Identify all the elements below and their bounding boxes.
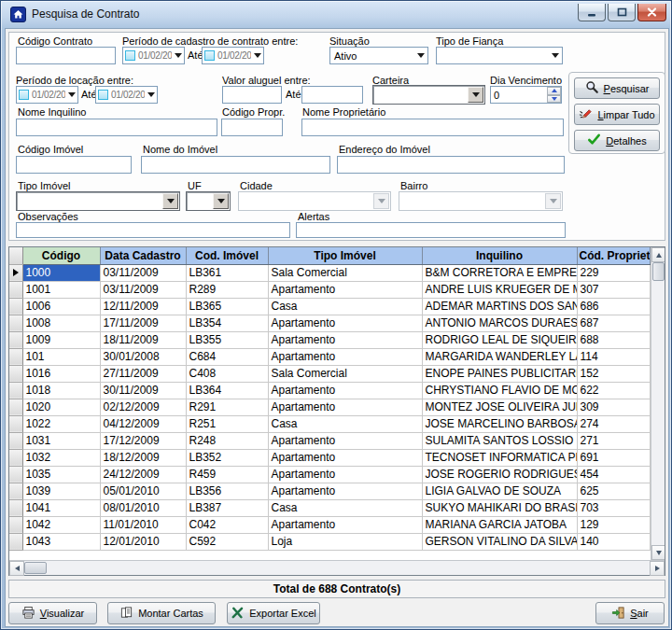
grid-cell[interactable]: 686	[577, 298, 650, 315]
grid-cell[interactable]: Apartamento	[268, 331, 422, 348]
close-button[interactable]	[637, 4, 666, 21]
grid-cell[interactable]: Apartamento	[268, 281, 422, 298]
grid-cell[interactable]: 1009	[22, 331, 100, 348]
maximize-button[interactable]	[608, 4, 636, 21]
grid-cell[interactable]: JOSE ROGERIO RODRIGUES	[422, 466, 577, 483]
row-indicator[interactable]	[9, 264, 22, 281]
grid-cell[interactable]: 18/11/2009	[100, 331, 186, 348]
minimize-button[interactable]	[578, 4, 606, 21]
grid-column-header[interactable]: Cod. Imóvel	[186, 247, 268, 264]
table-row[interactable]: 10130/01/2008C684ApartamentoMARGARIDA WA…	[9, 348, 650, 365]
grid-cell[interactable]: 1016	[22, 365, 100, 382]
grid-column-header[interactable]: Código	[22, 247, 100, 264]
chevron-down-icon[interactable]	[68, 92, 76, 97]
grid-cell[interactable]: 1008	[22, 315, 100, 331]
grid-cell[interactable]: C408	[186, 365, 268, 382]
row-indicator[interactable]	[9, 348, 22, 365]
grid-cell[interactable]: 03/11/2009	[100, 264, 186, 281]
grid-cell[interactable]: LB365	[186, 298, 268, 315]
grid-cell[interactable]: 114	[577, 348, 650, 365]
row-indicator[interactable]	[9, 516, 22, 533]
row-indicator[interactable]	[9, 415, 22, 432]
valor-aluguel-to-input[interactable]	[301, 86, 363, 104]
grid-cell[interactable]: 229	[577, 264, 650, 281]
visualizar-button[interactable]: Visualizar	[8, 602, 97, 624]
grid-cell[interactable]: 12/11/2009	[100, 298, 186, 315]
grid-cell[interactable]: Apartamento	[268, 483, 422, 499]
grid-cell[interactable]: 688	[577, 331, 650, 348]
scroll-left-button[interactable]	[9, 561, 24, 576]
grid-cell[interactable]: 17/12/2009	[100, 432, 186, 449]
grid-cell[interactable]: MARGARIDA WANDERLEY LA	[422, 348, 577, 365]
sair-button[interactable]: Sair	[595, 602, 665, 624]
vertical-scroll-track[interactable]	[651, 281, 665, 545]
horizontal-scroll-thumb[interactable]	[24, 562, 47, 574]
tipo-fianca-select[interactable]	[436, 47, 563, 64]
scroll-right-button[interactable]	[650, 561, 665, 576]
grid-cell[interactable]: Sala Comercial	[268, 365, 422, 382]
row-indicator[interactable]	[9, 499, 22, 516]
grid-cell[interactable]: 307	[577, 281, 650, 298]
grid-cell[interactable]: 1032	[22, 449, 100, 466]
grid-cell[interactable]: 274	[577, 415, 650, 432]
grid-cell[interactable]: 1043	[22, 533, 100, 550]
nome-imovel-input[interactable]	[141, 156, 330, 174]
grid-cell[interactable]: 454	[577, 466, 650, 483]
periodo-cadastro-to-picker[interactable]: 01/02/2013	[202, 47, 264, 64]
grid-cell[interactable]: 03/11/2009	[100, 281, 186, 298]
row-indicator[interactable]	[9, 315, 22, 331]
grid-cell[interactable]: 1006	[22, 298, 100, 315]
grid-column-header[interactable]: Tipo Imóvel	[268, 247, 422, 264]
grid-cell[interactable]: 703	[577, 499, 650, 516]
date-checkbox[interactable]	[19, 90, 29, 100]
grid-cell[interactable]: 309	[577, 399, 650, 415]
row-indicator[interactable]	[9, 298, 22, 315]
grid-cell[interactable]: 27/11/2009	[100, 365, 186, 382]
grid-cell[interactable]: 04/12/2009	[100, 415, 186, 432]
grid-cell[interactable]: CHRYSTIANO FLAVIO DE MO	[422, 382, 577, 399]
dia-vencimento-input[interactable]	[491, 87, 547, 103]
grid-cell[interactable]: LB355	[186, 331, 268, 348]
grid-cell[interactable]: Apartamento	[268, 315, 422, 331]
grid-cell[interactable]: 02/12/2009	[100, 399, 186, 415]
uf-select[interactable]	[186, 191, 231, 211]
table-row[interactable]: 104108/01/2010LB387CasaSUKYO MAHIKARI DO…	[9, 499, 650, 516]
grid-cell[interactable]: Casa	[268, 298, 422, 315]
chevron-down-icon[interactable]	[413, 48, 427, 63]
table-row[interactable]: 103218/12/2009LB352ApartamentoTECNOSET I…	[9, 449, 650, 466]
grid-cell[interactable]: LB354	[186, 315, 268, 331]
date-checkbox[interactable]	[204, 50, 215, 61]
grid-cell[interactable]: Casa	[268, 499, 422, 516]
montar-cartas-button[interactable]: Montar Cartas	[107, 602, 216, 624]
grid-cell[interactable]: 622	[577, 382, 650, 399]
table-row[interactable]: 103117/12/2009R248ApartamentoSULAMITA SA…	[9, 432, 650, 449]
tipo-imovel-select[interactable]	[16, 191, 180, 211]
grid-cell[interactable]: 12/01/2010	[100, 533, 186, 550]
grid-cell[interactable]: 1041	[22, 499, 100, 516]
grid-cell[interactable]: 17/11/2009	[100, 315, 186, 331]
horizontal-scroll-track[interactable]	[47, 561, 650, 575]
grid-cell[interactable]: 687	[577, 315, 650, 331]
grid-cell[interactable]: Apartamento	[268, 382, 422, 399]
grid-cell[interactable]: R248	[186, 432, 268, 449]
grid-cell[interactable]: Loja	[268, 533, 422, 550]
grid-cell[interactable]: LIGIA GALVAO DE SOUZA	[422, 483, 577, 499]
situacao-select[interactable]: Ativo	[329, 47, 428, 64]
grid-cell[interactable]: Apartamento	[268, 399, 422, 415]
grid-cell[interactable]: MONTEZ JOSE OLIVEIRA JUN	[422, 399, 577, 415]
grid-cell[interactable]: ADEMAR MARTINS DOS SANT	[422, 298, 577, 315]
row-indicator[interactable]	[9, 399, 22, 415]
grid-cell[interactable]: B&M CORRETORA E EMPREEN	[422, 264, 577, 281]
grid-cell[interactable]: 11/01/2010	[100, 516, 186, 533]
grid-cell[interactable]: Sala Comercial	[268, 264, 422, 281]
chevron-down-icon[interactable]	[175, 53, 182, 58]
grid-cell[interactable]: ENOPE PAINES PUBLICITARI	[422, 365, 577, 382]
detalhes-button[interactable]: Detalhes	[574, 130, 660, 151]
exportar-excel-button[interactable]: Exportar Excel	[227, 602, 320, 624]
grid-cell[interactable]: Apartamento	[268, 466, 422, 483]
grid-cell[interactable]: LB352	[186, 449, 268, 466]
grid-column-header[interactable]: Cód. Proprietário	[577, 247, 650, 264]
grid-cell[interactable]: R291	[186, 399, 268, 415]
grid-cell[interactable]: 1042	[22, 516, 100, 533]
grid-cell[interactable]: 1020	[22, 399, 100, 415]
